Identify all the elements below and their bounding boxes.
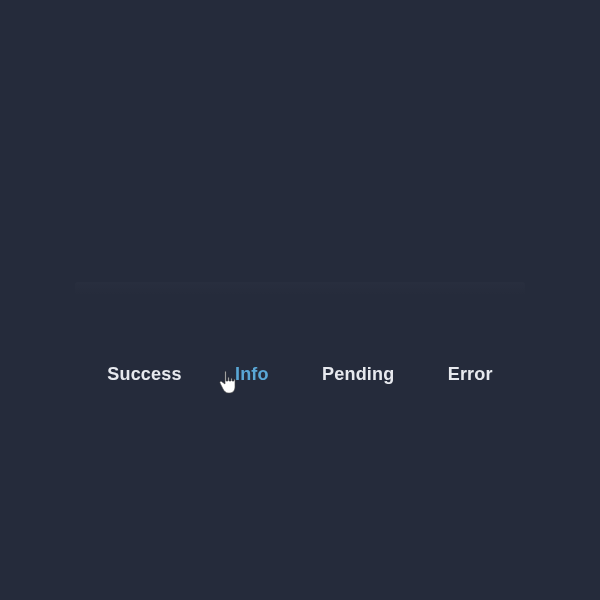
highlight-bar (75, 282, 525, 296)
success-button[interactable]: Success (107, 364, 181, 385)
pending-button[interactable]: Pending (322, 364, 394, 385)
info-button[interactable]: Info (235, 364, 269, 385)
notification-trigger-row: Success Info Pending Error (0, 364, 600, 385)
error-button[interactable]: Error (448, 364, 493, 385)
